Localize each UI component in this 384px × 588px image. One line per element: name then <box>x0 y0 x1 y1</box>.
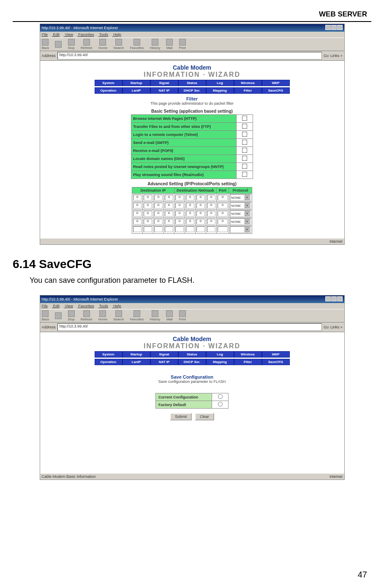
toolbar-print[interactable]: Print <box>179 39 185 50</box>
ip-octet[interactable]: 0 <box>165 195 173 201</box>
mask-octet[interactable]: 0 <box>196 203 205 209</box>
clear-button[interactable]: Clear <box>195 413 214 420</box>
toolbar-print[interactable]: Print <box>179 310 185 321</box>
menu-favorites[interactable]: Favorites <box>78 33 94 37</box>
basic-checkbox[interactable] <box>242 156 247 161</box>
mask-octet[interactable]: 0 <box>186 211 194 217</box>
nav-log[interactable]: Log <box>206 80 234 86</box>
nav-filter[interactable]: Filter <box>234 87 262 94</box>
links-label[interactable]: Links » <box>330 325 343 329</box>
toolbar-mail[interactable]: Mail <box>166 39 173 50</box>
port-input[interactable]: 0 <box>218 195 228 201</box>
ip-octet[interactable]: 0 <box>154 195 163 201</box>
nav-filter[interactable]: Filter <box>234 359 262 365</box>
go-button[interactable]: Go <box>324 325 329 329</box>
mask-octet[interactable]: 0 <box>175 195 184 201</box>
ip-octet[interactable]: 0 <box>154 211 163 217</box>
toolbar-forward[interactable] <box>55 41 62 48</box>
toolbar-stop[interactable]: Stop <box>68 39 74 50</box>
mask-octet[interactable]: 0 <box>175 211 184 217</box>
menu-help[interactable]: Help <box>113 33 121 37</box>
links-label[interactable]: Links » <box>330 54 343 58</box>
toolbar-history[interactable]: History <box>150 310 160 321</box>
menu-view[interactable]: View <box>65 304 73 308</box>
ip-octet[interactable]: 0 <box>133 219 142 225</box>
toolbar-back[interactable]: Back <box>42 39 49 50</box>
nav-startup[interactable]: Startup <box>123 80 150 86</box>
ip-octet[interactable]: 0 <box>154 203 163 209</box>
toolbar-refresh[interactable]: Refresh <box>81 310 93 321</box>
basic-checkbox[interactable] <box>242 164 247 169</box>
mask-octet[interactable]: 0 <box>196 195 205 201</box>
nav-operation[interactable]: Operation <box>95 359 123 365</box>
mask-octet[interactable]: 0 <box>207 195 215 201</box>
toolbar-forward[interactable] <box>55 312 62 320</box>
toolbar-history[interactable]: History <box>150 39 160 50</box>
mask-octet[interactable] <box>175 226 184 232</box>
menu-tools[interactable]: Tools <box>99 304 108 308</box>
port-input[interactable] <box>218 226 228 232</box>
nav-dhcp[interactable]: DHCP Ser. <box>178 87 206 94</box>
nav-signal[interactable]: Signal <box>150 351 178 358</box>
toolbar-search[interactable]: Search <box>113 39 124 50</box>
mask-octet[interactable]: 0 <box>207 211 215 217</box>
go-button[interactable]: Go <box>324 54 329 58</box>
ip-octet[interactable]: 0 <box>144 195 152 201</box>
toolbar-favorites[interactable]: Favorites <box>130 39 144 50</box>
mask-octet[interactable]: 0 <box>186 203 194 209</box>
ip-octet[interactable]: 0 <box>144 203 152 209</box>
ip-octet[interactable] <box>133 226 142 232</box>
menu-file[interactable]: File <box>42 33 48 37</box>
toolbar-home[interactable]: Home <box>98 310 107 321</box>
savecfg-radio-current[interactable] <box>218 394 223 399</box>
nav-lanip[interactable]: LanIP <box>123 87 150 94</box>
mask-octet[interactable]: 0 <box>175 203 184 209</box>
ip-octet[interactable]: 0 <box>133 211 142 217</box>
protocol-select[interactable]: NONE▾ <box>230 210 251 217</box>
nav-log[interactable]: Log <box>206 351 234 358</box>
toolbar-refresh[interactable]: Refresh <box>81 39 93 50</box>
savecfg-radio-factory[interactable] <box>218 402 223 406</box>
nav-wireless[interactable]: Wireless <box>234 80 262 86</box>
mask-octet[interactable]: 0 <box>207 203 215 209</box>
ip-octet[interactable]: 0 <box>165 211 173 217</box>
nav-mapping[interactable]: Mapping <box>206 87 234 94</box>
ip-octet[interactable]: 0 <box>133 195 142 201</box>
toolbar-search[interactable]: Search <box>113 310 124 321</box>
mask-octet[interactable]: 0 <box>196 211 205 217</box>
menu-file[interactable]: File <box>42 304 48 308</box>
nav-savecfg[interactable]: SaveCFG <box>262 359 290 365</box>
port-input[interactable]: 0 <box>218 219 228 225</box>
nav-natip[interactable]: NAT IP <box>150 87 178 94</box>
mask-octet[interactable]: 0 <box>207 219 215 225</box>
nav-operation[interactable]: Operation <box>95 87 123 94</box>
nav-dhcp[interactable]: DHCP Ser. <box>178 359 206 365</box>
protocol-select[interactable]: ▾ <box>230 226 251 233</box>
ip-octet[interactable] <box>165 226 173 232</box>
basic-checkbox[interactable] <box>242 172 247 177</box>
mask-octet[interactable]: 0 <box>196 219 205 225</box>
basic-checkbox[interactable] <box>242 148 247 153</box>
protocol-select[interactable]: NONE▾ <box>230 202 251 209</box>
menu-favorites[interactable]: Favorites <box>78 304 94 308</box>
nav-status[interactable]: Status <box>178 351 206 358</box>
nav-wireless[interactable]: Wireless <box>234 351 262 358</box>
port-input[interactable]: 0 <box>218 211 228 217</box>
toolbar-mail[interactable]: Mail <box>166 310 173 321</box>
mask-octet[interactable] <box>196 226 205 232</box>
menu-view[interactable]: View <box>65 33 73 37</box>
ip-octet[interactable]: 0 <box>154 219 163 225</box>
mask-octet[interactable]: 0 <box>175 219 184 225</box>
toolbar-stop[interactable]: Stop <box>68 310 74 321</box>
window-controls[interactable] <box>325 25 343 31</box>
menubar[interactable]: File Edit View Favorites Tools Help <box>40 32 344 38</box>
menu-edit[interactable]: Edit <box>53 304 60 308</box>
ip-octet[interactable]: 0 <box>165 203 173 209</box>
nav-natip[interactable]: NAT IP <box>150 359 178 365</box>
toolbar-favorites[interactable]: Favorites <box>130 310 144 321</box>
nav-wep[interactable]: WEP <box>262 351 290 358</box>
submit-button[interactable]: Submit <box>170 413 192 420</box>
nav-signal[interactable]: Signal <box>150 80 178 86</box>
nav-lanip[interactable]: LanIP <box>123 359 150 365</box>
ip-octet[interactable]: 0 <box>133 203 142 209</box>
